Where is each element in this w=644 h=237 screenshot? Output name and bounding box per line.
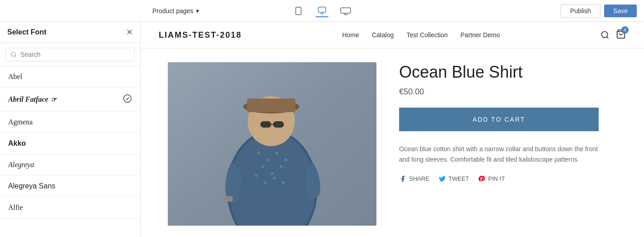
- cart-icon[interactable]: 4: [616, 29, 626, 41]
- svg-point-8: [11, 52, 15, 56]
- svg-point-25: [257, 152, 260, 154]
- pinterest-share[interactable]: PIN IT: [478, 175, 505, 183]
- facebook-label: SHARE: [409, 175, 429, 182]
- twitter-share[interactable]: TWEET: [439, 175, 469, 183]
- font-item-abel[interactable]: Abel: [0, 66, 140, 88]
- svg-point-26: [266, 158, 269, 161]
- font-item-alfie[interactable]: Alfie: [0, 197, 140, 218]
- nav-test-collection[interactable]: Test Collection: [406, 31, 448, 39]
- widescreen-icon[interactable]: [339, 5, 352, 17]
- facebook-icon: [399, 175, 406, 183]
- close-icon[interactable]: ✕: [126, 28, 133, 36]
- svg-point-33: [264, 181, 267, 184]
- svg-rect-21: [260, 121, 271, 128]
- desktop-icon[interactable]: [316, 5, 328, 17]
- preview-area: LIAMS-TEST-2018 Home Catalog Test Collec…: [141, 22, 644, 237]
- product-description: Ocean blue cotton shirt with a narrow co…: [399, 144, 599, 164]
- font-label: Abril Fatface: [8, 95, 48, 104]
- font-label: Akko: [8, 139, 26, 148]
- facebook-share[interactable]: SHARE: [399, 175, 429, 183]
- font-label: Alegreya: [8, 161, 34, 169]
- add-to-cart-button[interactable]: ADD TO CART: [399, 108, 599, 131]
- svg-rect-5: [341, 8, 351, 13]
- twitter-icon: [439, 175, 446, 183]
- cart-badge: 4: [621, 26, 629, 34]
- svg-rect-22: [273, 121, 284, 128]
- font-list: Abel Abril Fatface ☞ Agmena: [0, 66, 140, 237]
- nav-home[interactable]: Home: [342, 31, 359, 39]
- top-bar: Product pages ▾ Publish Save: [0, 0, 644, 22]
- svg-point-30: [271, 172, 273, 175]
- svg-point-29: [262, 165, 264, 168]
- svg-point-11: [602, 32, 608, 38]
- svg-point-34: [273, 177, 276, 179]
- nav-partner-demo[interactable]: Partner Demo: [460, 31, 500, 39]
- svg-point-10: [124, 95, 132, 103]
- product-image: [168, 62, 376, 226]
- search-input[interactable]: [20, 51, 130, 58]
- page-dropdown-label: Product pages: [152, 7, 193, 15]
- svg-rect-2: [318, 7, 326, 12]
- nav-catalog[interactable]: Catalog: [372, 31, 394, 39]
- pinterest-label: PIN IT: [488, 175, 505, 182]
- social-share: SHARE TWEET PIN IT: [399, 175, 617, 183]
- store-nav: Home Catalog Test Collection Partner Dem…: [342, 31, 500, 39]
- svg-rect-24: [224, 196, 233, 202]
- save-button[interactable]: Save: [604, 5, 637, 17]
- product-name: Ocean Blue Shirt: [399, 62, 617, 82]
- top-bar-left: Product pages ▾: [152, 7, 199, 15]
- font-label: Alegreya Sans: [8, 182, 55, 190]
- font-sidebar: Select Font ✕ Abel Abril Fatface ☞: [0, 22, 141, 237]
- chevron-down-icon: ▾: [196, 7, 199, 15]
- search-box: [0, 43, 140, 66]
- product-info: Ocean Blue Shirt €50.00 ADD TO CART Ocea…: [399, 62, 617, 226]
- sidebar-header: Select Font ✕: [0, 22, 140, 43]
- svg-point-27: [275, 152, 278, 154]
- search-store-icon[interactable]: [600, 30, 610, 40]
- sidebar-title: Select Font: [7, 28, 46, 36]
- font-item-alegreya[interactable]: Alegreya: [0, 154, 140, 176]
- tablet-icon[interactable]: [292, 5, 305, 17]
- svg-point-32: [255, 174, 258, 177]
- font-label: Abel: [8, 73, 22, 81]
- product-price: €50.00: [399, 87, 617, 97]
- font-item-abril-fatface[interactable]: Abril Fatface ☞: [0, 88, 140, 112]
- font-label: Agmena: [8, 118, 33, 126]
- pinterest-icon: [478, 175, 485, 183]
- svg-line-9: [15, 56, 16, 57]
- product-image-svg: [168, 62, 376, 226]
- svg-rect-0: [296, 7, 301, 15]
- check-icon: [123, 94, 132, 105]
- svg-point-35: [282, 181, 285, 184]
- cursor-icon: ☞: [51, 96, 57, 104]
- publish-button[interactable]: Publish: [561, 4, 600, 18]
- font-item-akko[interactable]: Akko: [0, 133, 140, 154]
- font-item-agmena[interactable]: Agmena: [0, 112, 140, 133]
- search-input-wrapper: [5, 48, 135, 61]
- font-item-alegreya-sans[interactable]: Alegreya Sans: [0, 176, 140, 197]
- main-content: Select Font ✕ Abel Abril Fatface ☞: [0, 22, 644, 237]
- svg-point-28: [284, 158, 287, 161]
- store-logo: LIAMS-TEST-2018: [159, 30, 242, 40]
- font-label: Alfie: [8, 203, 23, 212]
- twitter-label: TWEET: [449, 175, 469, 182]
- svg-line-12: [607, 37, 609, 39]
- store-header: LIAMS-TEST-2018 Home Catalog Test Collec…: [141, 22, 644, 49]
- svg-point-31: [280, 165, 283, 168]
- page-dropdown[interactable]: Product pages ▾: [152, 7, 199, 15]
- product-section: Ocean Blue Shirt €50.00 ADD TO CART Ocea…: [141, 49, 644, 237]
- top-bar-right: Publish Save: [561, 4, 637, 18]
- store-actions: 4: [600, 29, 626, 41]
- top-bar-center: [292, 5, 352, 17]
- svg-rect-20: [247, 99, 295, 112]
- search-icon: [10, 51, 17, 58]
